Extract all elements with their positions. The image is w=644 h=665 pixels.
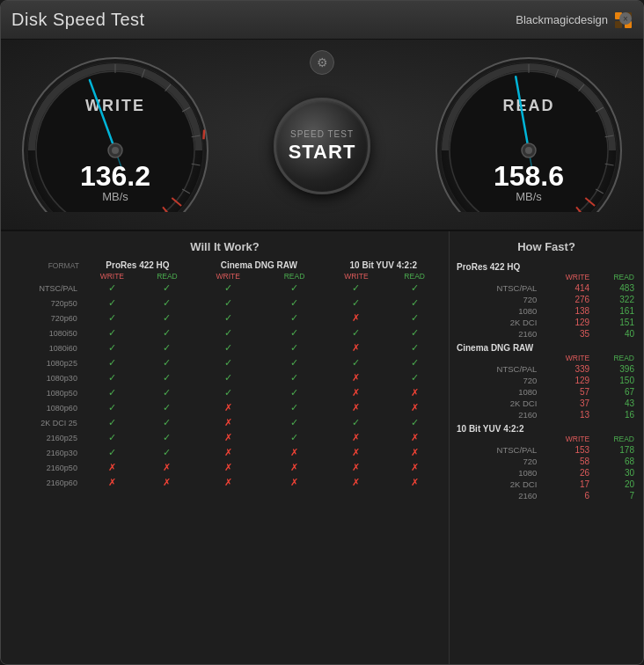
header-row: WRITEREAD xyxy=(457,273,636,282)
read-value: 396 xyxy=(591,363,636,375)
check-cell: ✓ xyxy=(142,340,193,355)
check-cell: ✓ xyxy=(83,355,142,370)
read-value: 43 xyxy=(591,398,636,409)
write-header: WRITE xyxy=(540,435,591,444)
check-icon: ✓ xyxy=(224,297,232,308)
check-icon: ✓ xyxy=(411,327,419,338)
cross-icon: ✗ xyxy=(411,387,419,398)
check-cell: ✓ xyxy=(142,445,193,460)
codec-row: Cinema DNG RAW xyxy=(457,340,636,354)
check-icon: ✓ xyxy=(163,417,171,428)
cross-icon: ✗ xyxy=(224,477,232,487)
check-cell: ✓ xyxy=(193,325,263,340)
table-row: NTSC/PAL✓✓✓✓✓✓ xyxy=(8,281,442,296)
check-icon: ✓ xyxy=(411,282,419,293)
format-cell: 720p50 xyxy=(8,296,83,311)
check-cell: ✓ xyxy=(142,430,193,445)
cross-icon: ✗ xyxy=(224,447,232,457)
cross-icon: ✗ xyxy=(163,477,171,487)
check-cell: ✗ xyxy=(387,475,442,490)
check-cell: ✓ xyxy=(387,370,442,385)
main-window: Disk Speed Test Blackmagicdesign × ⚙ xyxy=(0,0,644,665)
check-cell: ✗ xyxy=(387,430,442,445)
data-row: 216067 xyxy=(457,490,636,501)
check-cell: ✓ xyxy=(193,370,263,385)
cross-icon: ✗ xyxy=(352,432,360,442)
check-icon: ✓ xyxy=(224,327,232,338)
how-fast-title: How Fast? xyxy=(457,240,636,253)
data-row: NTSC/PAL339396 xyxy=(457,363,636,375)
write-value: 57 xyxy=(540,386,591,398)
write-value: 17 xyxy=(540,479,591,490)
check-icon: ✓ xyxy=(290,402,298,413)
speed-test-start: START xyxy=(289,141,356,164)
check-icon: ✓ xyxy=(411,417,419,428)
check-icon: ✓ xyxy=(290,357,298,368)
check-cell: ✗ xyxy=(142,475,193,490)
read-gauge: READ 158.6 MB/s xyxy=(432,54,626,212)
cross-icon: ✗ xyxy=(108,462,116,472)
write-value: 136.2 xyxy=(80,162,150,190)
check-icon: ✓ xyxy=(108,417,116,428)
gear-icon: ⚙ xyxy=(317,55,328,69)
check-cell: ✗ xyxy=(387,460,442,475)
check-icon: ✓ xyxy=(163,432,171,442)
check-cell: ✗ xyxy=(387,400,442,415)
check-icon: ✓ xyxy=(290,417,298,428)
write-sub-3: WRITE xyxy=(326,272,388,281)
check-cell: ✓ xyxy=(387,296,442,311)
table-row: 2160p50✗✗✗✗✗✗ xyxy=(8,460,442,475)
read-value: 161 xyxy=(591,305,636,317)
check-cell: ✓ xyxy=(387,415,442,430)
check-icon: ✓ xyxy=(290,312,298,323)
read-value: 16 xyxy=(591,409,636,420)
check-icon: ✓ xyxy=(352,327,360,338)
check-icon: ✓ xyxy=(411,297,419,308)
write-gauge: WRITE 136.2 MB/s xyxy=(18,54,212,212)
check-cell: ✗ xyxy=(326,311,388,325)
cross-icon: ✗ xyxy=(352,342,360,353)
title-bar-left: Disk Speed Test xyxy=(11,10,145,30)
speed-test-label: SPEED TEST xyxy=(290,129,354,139)
cross-icon: ✗ xyxy=(352,387,360,398)
check-cell: ✗ xyxy=(263,475,325,490)
check-cell: ✓ xyxy=(263,325,325,340)
header-row: WRITEREAD xyxy=(457,354,636,363)
svg-text:WRITE: WRITE xyxy=(85,97,145,114)
check-icon: ✓ xyxy=(108,402,116,413)
check-cell: ✗ xyxy=(193,475,263,490)
check-cell: ✓ xyxy=(326,325,388,340)
read-value: 178 xyxy=(591,444,636,456)
speed-label: 720 xyxy=(457,294,540,305)
check-cell: ✓ xyxy=(263,296,325,311)
speed-test-button[interactable]: SPEED TEST START xyxy=(274,98,370,194)
check-cell: ✗ xyxy=(83,475,142,490)
codec-name: 10 Bit YUV 4:2:2 xyxy=(457,420,636,435)
gear-button[interactable]: ⚙ xyxy=(310,50,334,75)
cross-icon: ✗ xyxy=(411,477,419,487)
format-cell: NTSC/PAL xyxy=(8,281,83,296)
speed-label: 2K DCI xyxy=(457,398,540,409)
format-cell: 1080p50 xyxy=(8,385,83,400)
write-value: 339 xyxy=(540,363,591,375)
svg-point-24 xyxy=(112,147,119,154)
table-row: 2K DCI 25✓✓✗✓✓✓ xyxy=(8,415,442,430)
close-button[interactable]: × xyxy=(619,12,632,25)
check-cell: ✗ xyxy=(326,430,388,445)
read-value: 68 xyxy=(591,456,636,467)
check-cell: ✓ xyxy=(387,355,442,370)
read-sub-3: READ xyxy=(387,272,442,281)
check-cell: ✓ xyxy=(263,281,325,296)
check-cell: ✗ xyxy=(193,430,263,445)
cross-icon: ✗ xyxy=(290,447,298,457)
cross-icon: ✗ xyxy=(352,477,360,487)
check-cell: ✓ xyxy=(387,340,442,355)
check-icon: ✓ xyxy=(163,312,171,323)
data-row: 21603540 xyxy=(457,328,636,340)
check-cell: ✗ xyxy=(326,460,388,475)
check-cell: ✓ xyxy=(83,325,142,340)
check-icon: ✓ xyxy=(108,282,116,293)
check-icon: ✓ xyxy=(108,312,116,323)
check-icon: ✓ xyxy=(352,297,360,308)
check-cell: ✓ xyxy=(193,340,263,355)
